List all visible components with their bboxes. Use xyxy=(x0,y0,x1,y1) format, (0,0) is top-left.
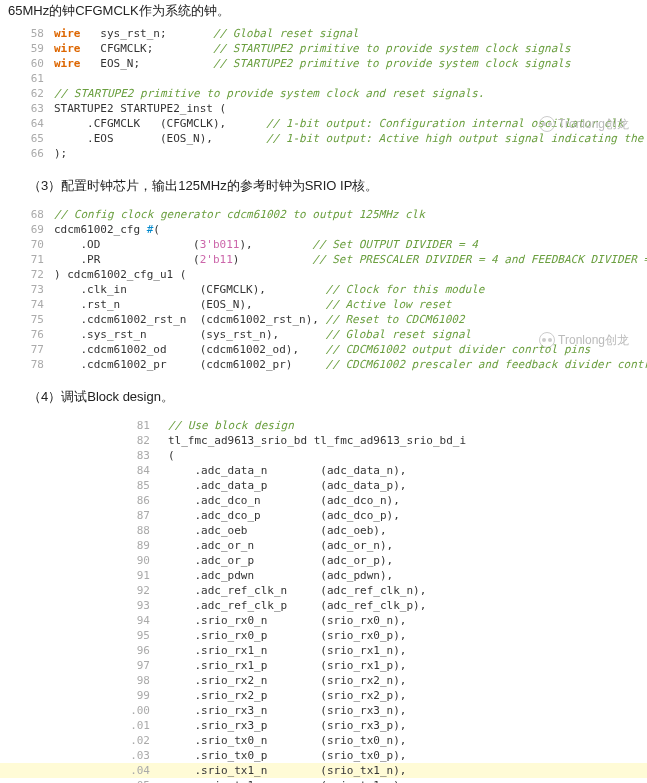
code-text: .srio_rx3_n (srio_rx3_n), xyxy=(168,703,647,718)
code-line: 71 .PR (2'b11) // Set PRESCALER DIVIDER … xyxy=(0,252,647,267)
code-line: 97 .srio_rx1_p (srio_rx1_p), xyxy=(0,658,647,673)
line-number: 89 xyxy=(0,538,168,553)
code-line: 99 .srio_rx2_p (srio_rx2_p), xyxy=(0,688,647,703)
line-number: 71 xyxy=(0,252,54,267)
code-line: 59wire CFGMCLK; // STARTUPE2 primitive t… xyxy=(0,41,647,56)
line-number: 90 xyxy=(0,553,168,568)
code-text: .srio_tx0_n (srio_tx0_n), xyxy=(168,733,647,748)
code-text: .cdcm61002_rst_n (cdcm61002_rst_n), // R… xyxy=(54,312,647,327)
code-line: .00 .srio_rx3_n (srio_rx3_n), xyxy=(0,703,647,718)
line-number: 58 xyxy=(0,26,54,41)
code-line: 90 .adc_or_p (adc_or_p), xyxy=(0,553,647,568)
line-number: 61 xyxy=(0,71,54,86)
line-number: 98 xyxy=(0,673,168,688)
code-text: .adc_data_n (adc_data_n), xyxy=(168,463,647,478)
code-line: 72) cdcm61002_cfg_u1 ( xyxy=(0,267,647,282)
code-text: .srio_tx0_p (srio_tx0_p), xyxy=(168,748,647,763)
code-text: .srio_rx1_n (srio_rx1_n), xyxy=(168,643,647,658)
line-number: 65 xyxy=(0,131,54,146)
code-line: 89 .adc_or_n (adc_or_n), xyxy=(0,538,647,553)
code-text: .adc_dco_n (adc_dco_n), xyxy=(168,493,647,508)
line-number: 93 xyxy=(0,598,168,613)
code-line: 93 .adc_ref_clk_p (adc_ref_clk_p), xyxy=(0,598,647,613)
code-line: 91 .adc_pdwn (adc_pdwn), xyxy=(0,568,647,583)
code-line: .05 .srio_tx1_p (srio_tx1_p), xyxy=(0,778,647,783)
code-text: // Use block design xyxy=(168,418,647,433)
code-text: .srio_rx0_p (srio_rx0_p), xyxy=(168,628,647,643)
line-number: 96 xyxy=(0,643,168,658)
code-text: wire EOS_N; // STARTUPE2 primitive to pr… xyxy=(54,56,647,71)
code-line: .02 .srio_tx0_n (srio_tx0_n), xyxy=(0,733,647,748)
code-text: STARTUPE2 STARTUPE2_inst ( xyxy=(54,101,647,116)
line-number: .03 xyxy=(0,748,168,763)
code-line: 85 .adc_data_p (adc_data_p), xyxy=(0,478,647,493)
code-text: .sys_rst_n (sys_rst_n), // Global reset … xyxy=(54,327,647,342)
code-text: .srio_tx1_p (srio_tx1_p), xyxy=(168,778,647,783)
code-text: cdcm61002_cfg #( xyxy=(54,222,647,237)
code-line: 76 .sys_rst_n (sys_rst_n), // Global res… xyxy=(0,327,647,342)
line-number: 88 xyxy=(0,523,168,538)
code-line: 77 .cdcm61002_od (cdcm61002_od), // CDCM… xyxy=(0,342,647,357)
line-number: 87 xyxy=(0,508,168,523)
code-text: .srio_rx3_p (srio_rx3_p), xyxy=(168,718,647,733)
code-block-3: 81// Use block design82tl_fmc_ad9613_sri… xyxy=(0,414,647,783)
code-text: .adc_or_p (adc_or_p), xyxy=(168,553,647,568)
section-3-title: （3）配置时钟芯片，输出125MHz的参考时钟为SRIO IP核。 xyxy=(0,165,647,203)
code-line: 96 .srio_rx1_n (srio_rx1_n), xyxy=(0,643,647,658)
line-number: 82 xyxy=(0,433,168,448)
line-number: 91 xyxy=(0,568,168,583)
line-number: 62 xyxy=(0,86,54,101)
code-line: 62// STARTUPE2 primitive to provide syst… xyxy=(0,86,647,101)
code-text: wire sys_rst_n; // Global reset signal xyxy=(54,26,647,41)
code-line: .03 .srio_tx0_p (srio_tx0_p), xyxy=(0,748,647,763)
line-number: 75 xyxy=(0,312,54,327)
code-text: .srio_tx1_n (srio_tx1_n), xyxy=(168,763,647,778)
code-text: .CFGMCLK (CFGMCLK), // 1-bit output: Con… xyxy=(54,116,647,131)
code-line: 92 .adc_ref_clk_n (adc_ref_clk_n), xyxy=(0,583,647,598)
code-text: .srio_rx1_p (srio_rx1_p), xyxy=(168,658,647,673)
code-text: .OD (3'b011), // Set OUTPUT DIVIDER = 4 xyxy=(54,237,647,252)
code-line: 68// Config clock generator cdcm61002 to… xyxy=(0,207,647,222)
line-number: 77 xyxy=(0,342,54,357)
line-number: 59 xyxy=(0,41,54,56)
line-number: 81 xyxy=(0,418,168,433)
section-4-title: （4）调试Block design。 xyxy=(0,376,647,414)
line-number: 68 xyxy=(0,207,54,222)
line-number: 78 xyxy=(0,357,54,372)
line-number: 70 xyxy=(0,237,54,252)
line-number: .04 xyxy=(0,763,168,778)
code-text: .adc_ref_clk_n (adc_ref_clk_n), xyxy=(168,583,647,598)
code-line: 75 .cdcm61002_rst_n (cdcm61002_rst_n), /… xyxy=(0,312,647,327)
code-text xyxy=(54,71,647,86)
line-number: 99 xyxy=(0,688,168,703)
code-line: 87 .adc_dco_p (adc_dco_p), xyxy=(0,508,647,523)
code-text: .adc_or_n (adc_or_n), xyxy=(168,538,647,553)
page-title-fragment: 65MHz的钟CFGMCLK作为系统的钟。 xyxy=(0,0,647,22)
code-line: 66); xyxy=(0,146,647,161)
code-line: 73 .clk_in (CFGMCLK), // Clock for this … xyxy=(0,282,647,297)
code-text: .cdcm61002_od (cdcm61002_od), // CDCM610… xyxy=(54,342,647,357)
code-text: ); xyxy=(54,146,647,161)
code-line: 61 xyxy=(0,71,647,86)
line-number: 94 xyxy=(0,613,168,628)
line-number: 97 xyxy=(0,658,168,673)
code-text: .PR (2'b11) // Set PRESCALER DIVIDER = 4… xyxy=(54,252,647,267)
code-line: 60wire EOS_N; // STARTUPE2 primitive to … xyxy=(0,56,647,71)
line-number: .01 xyxy=(0,718,168,733)
code-block-2: 68// Config clock generator cdcm61002 to… xyxy=(0,203,647,376)
code-line: 83( xyxy=(0,448,647,463)
code-text: .cdcm61002_pr (cdcm61002_pr) // CDCM6100… xyxy=(54,357,647,372)
code-text: // STARTUPE2 primitive to provide system… xyxy=(54,86,647,101)
code-text: .srio_rx0_n (srio_rx0_n), xyxy=(168,613,647,628)
line-number: 92 xyxy=(0,583,168,598)
code-line: 64 .CFGMCLK (CFGMCLK), // 1-bit output: … xyxy=(0,116,647,131)
code-text: tl_fmc_ad9613_srio_bd tl_fmc_ad9613_srio… xyxy=(168,433,647,448)
code-line: 95 .srio_rx0_p (srio_rx0_p), xyxy=(0,628,647,643)
code-text: .adc_oeb (adc_oeb), xyxy=(168,523,647,538)
code-text: wire CFGMCLK; // STARTUPE2 primitive to … xyxy=(54,41,647,56)
code-line: .01 .srio_rx3_p (srio_rx3_p), xyxy=(0,718,647,733)
code-line: 86 .adc_dco_n (adc_dco_n), xyxy=(0,493,647,508)
code-text: ( xyxy=(168,448,647,463)
code-text: // Config clock generator cdcm61002 to o… xyxy=(54,207,647,222)
code-text: .srio_rx2_n (srio_rx2_n), xyxy=(168,673,647,688)
